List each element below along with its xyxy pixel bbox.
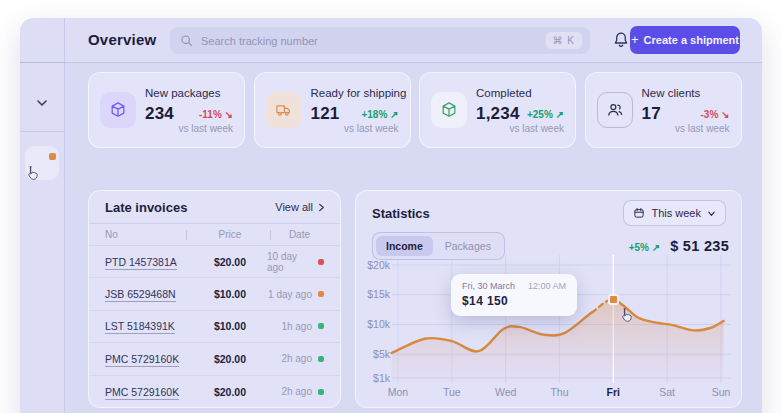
sidebar xyxy=(20,18,65,413)
invoice-number-link[interactable]: LST 5184391K xyxy=(105,320,193,332)
invoice-date: 1 day ago xyxy=(267,289,324,300)
plus-icon: + xyxy=(631,32,639,47)
notification-dot xyxy=(49,153,56,160)
stat-value: 17 xyxy=(642,104,661,124)
total-change: +5% ↗ xyxy=(629,242,660,253)
total-income: $ 51 235 xyxy=(670,238,729,254)
svg-text:$5k: $5k xyxy=(373,348,391,360)
invoice-price: $20.00 xyxy=(193,353,267,365)
tab-income[interactable]: Income xyxy=(376,236,433,256)
chevron-down-icon xyxy=(707,209,716,218)
stat-note: vs last week xyxy=(179,123,233,134)
truck-icon xyxy=(266,92,302,128)
invoice-price: $20.00 xyxy=(193,256,267,268)
svg-text:Tue: Tue xyxy=(443,386,461,398)
stat-note: vs last week xyxy=(344,123,398,134)
invoice-row[interactable]: PMC 5729160K $20.00 2h ago xyxy=(89,376,340,408)
stat-change: +18% ↗ xyxy=(361,109,398,120)
stat-change: -11% ↘ xyxy=(199,109,233,120)
stat-label: New packages xyxy=(145,87,220,99)
svg-text:$15k: $15k xyxy=(367,288,391,300)
status-dot xyxy=(318,356,324,362)
invoice-price: $10.00 xyxy=(193,288,267,300)
tab-packages[interactable]: Packages xyxy=(435,236,501,256)
tooltip-time: 12:00 AM xyxy=(528,281,566,291)
invoice-date: 10 day ago xyxy=(267,251,324,273)
invoice-number-link[interactable]: PTD 1457381A xyxy=(105,256,193,268)
trend-down-icon: ↘ xyxy=(721,109,729,120)
invoice-row[interactable]: PTD 1457381A $20.00 10 day ago xyxy=(89,246,340,278)
svg-text:$1k: $1k xyxy=(373,372,391,384)
keyboard-shortcut-badge: ⌘ K xyxy=(546,32,582,49)
trend-up-icon: ↗ xyxy=(556,109,564,120)
stat-card-new-clients[interactable]: New clients 17 -3% ↘ vs last week xyxy=(585,72,742,148)
search-icon xyxy=(180,34,193,47)
svg-text:Sat: Sat xyxy=(659,386,675,398)
invoice-row[interactable]: PMC 5729160K $20.00 2h ago xyxy=(89,343,340,375)
calendar-icon xyxy=(633,207,645,219)
invoice-row[interactable]: LST 5184391K $10.00 1h ago xyxy=(89,311,340,343)
stat-card-completed[interactable]: Completed 1,234 +25% ↗ vs last week xyxy=(419,72,576,148)
view-all-link[interactable]: View all xyxy=(275,201,326,213)
invoice-row[interactable]: JSB 6529468N $10.00 1 day ago xyxy=(89,278,340,310)
late-invoices-title: Late invoices xyxy=(105,200,187,215)
stat-change: +25% ↗ xyxy=(527,109,564,120)
create-shipment-label: Create a shipment xyxy=(644,34,739,46)
invoice-price: $10.00 xyxy=(193,320,267,332)
sidebar-nav-item[interactable] xyxy=(25,146,59,180)
stat-label: Completed xyxy=(476,87,532,99)
svg-text:Sun: Sun xyxy=(712,386,731,398)
app-window: Overview Search tracking number ⌘ K + Cr… xyxy=(20,18,762,413)
stat-value: 121 xyxy=(311,104,340,124)
invoice-number-link[interactable]: JSB 6529468N xyxy=(105,288,193,300)
column-price: Price xyxy=(193,229,267,240)
notifications-bell-icon[interactable] xyxy=(611,30,631,50)
invoice-number-link[interactable]: PMC 5729160K xyxy=(105,386,193,398)
column-separator xyxy=(186,230,187,240)
sidebar-collapse-chevron-down-icon[interactable] xyxy=(34,95,50,111)
screen: Overview Search tracking number ⌘ K + Cr… xyxy=(0,0,782,413)
main-content: New packages 234 -11% ↘ vs last week Rea… xyxy=(65,63,762,413)
users-icon xyxy=(597,92,633,128)
package-icon xyxy=(100,92,136,128)
invoice-table-header: No Price Date xyxy=(89,224,340,246)
package-check-icon xyxy=(431,92,467,128)
invoice-number-link[interactable]: PMC 5729160K xyxy=(105,353,193,365)
chart-data-point-marker[interactable] xyxy=(608,294,619,305)
chart-tooltip: Fri, 30 March 12:00 AM $14 150 xyxy=(451,274,577,316)
stat-card-ready-for-shipping[interactable]: Ready for shipping 121 +18% ↗ vs last we… xyxy=(254,72,411,148)
stat-note: vs last week xyxy=(510,123,564,134)
search-placeholder: Search tracking number xyxy=(201,35,546,47)
svg-text:Mon: Mon xyxy=(388,386,409,398)
topbar: Overview Search tracking number ⌘ K + Cr… xyxy=(65,18,762,62)
status-dot xyxy=(318,259,324,265)
status-dot xyxy=(318,389,324,395)
trend-up-icon: ↗ xyxy=(652,242,660,253)
chart-tab-group: Income Packages xyxy=(372,232,505,260)
late-invoices-panel: Late invoices View all No Price Date PTD… xyxy=(88,190,341,408)
statistics-title: Statistics xyxy=(372,206,430,221)
sidebar-divider xyxy=(20,131,64,132)
column-no: No xyxy=(105,229,193,240)
column-date: Date xyxy=(267,229,324,240)
column-separator xyxy=(270,230,271,240)
period-value: This week xyxy=(651,207,701,219)
chevron-right-icon xyxy=(317,203,326,212)
stat-label: Ready for shipping xyxy=(311,87,407,99)
search-input[interactable]: Search tracking number ⌘ K xyxy=(170,27,590,54)
stat-label: New clients xyxy=(642,87,701,99)
view-all-label: View all xyxy=(275,201,313,213)
tooltip-date: Fri, 30 March xyxy=(462,281,515,291)
stat-card-new-packages[interactable]: New packages 234 -11% ↘ vs last week xyxy=(88,72,245,148)
invoice-price: $20.00 xyxy=(193,386,267,398)
stat-change: -3% ↘ xyxy=(701,109,730,120)
svg-text:Thu: Thu xyxy=(550,386,568,398)
stat-value: 1,234 xyxy=(476,104,520,124)
status-dot xyxy=(318,323,324,329)
create-shipment-button[interactable]: + Create a shipment xyxy=(630,26,740,54)
statistics-panel: $20k$15k$10k$5k$1kMonTueWedThuFriSatSun … xyxy=(355,190,742,408)
invoice-date: 1h ago xyxy=(267,321,324,332)
period-select[interactable]: This week xyxy=(623,200,726,226)
stat-value: 234 xyxy=(145,104,174,124)
invoice-date: 2h ago xyxy=(267,386,324,397)
